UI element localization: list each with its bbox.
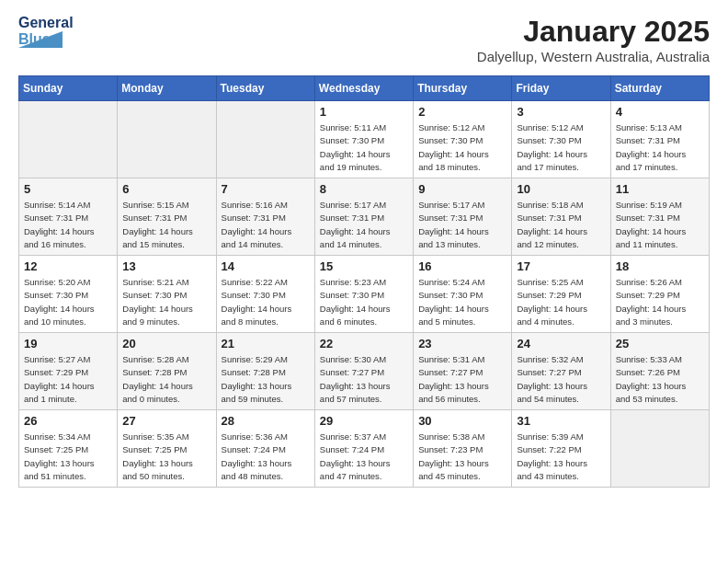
header-day-tuesday: Tuesday: [216, 76, 314, 101]
calendar-cell: 16Sunrise: 5:24 AM Sunset: 7:30 PM Dayli…: [414, 256, 512, 333]
day-info: Sunrise: 5:36 AM Sunset: 7:24 PM Dayligh…: [222, 431, 310, 483]
location: Dalyellup, Western Australia, Australia: [477, 49, 710, 64]
day-number: 9: [418, 182, 506, 196]
header: General Blue January 2025 Dalyellup, Wes…: [18, 15, 710, 64]
day-info: Sunrise: 5:17 AM Sunset: 7:31 PM Dayligh…: [418, 199, 506, 251]
day-info: Sunrise: 5:28 AM Sunset: 7:28 PM Dayligh…: [122, 353, 210, 406]
day-number: 16: [418, 259, 506, 273]
day-info: Sunrise: 5:16 AM Sunset: 7:31 PM Dayligh…: [222, 199, 310, 251]
day-info: Sunrise: 5:35 AM Sunset: 7:25 PM Dayligh…: [122, 431, 210, 483]
day-number: 20: [122, 337, 210, 350]
day-info: Sunrise: 5:29 AM Sunset: 7:28 PM Dayligh…: [222, 353, 310, 406]
calendar-cell: 1Sunrise: 5:11 AM Sunset: 7:30 PM Daylig…: [314, 101, 413, 178]
day-info: Sunrise: 5:14 AM Sunset: 7:31 PM Dayligh…: [24, 199, 112, 251]
header-row: SundayMondayTuesdayWednesdayThursdayFrid…: [19, 76, 710, 101]
calendar-cell: 26Sunrise: 5:34 AM Sunset: 7:25 PM Dayli…: [19, 410, 118, 488]
day-number: 5: [24, 182, 112, 196]
day-number: 8: [320, 182, 408, 196]
day-info: Sunrise: 5:20 AM Sunset: 7:30 PM Dayligh…: [24, 276, 112, 328]
calendar-cell: 18Sunrise: 5:26 AM Sunset: 7:29 PM Dayli…: [610, 256, 709, 333]
day-number: 4: [616, 105, 704, 119]
calendar-cell: 3Sunrise: 5:12 AM Sunset: 7:30 PM Daylig…: [512, 101, 610, 178]
logo-blue: Blue: [18, 31, 51, 48]
day-number: 25: [616, 337, 704, 350]
day-number: 23: [418, 337, 506, 350]
day-info: Sunrise: 5:11 AM Sunset: 7:30 PM Dayligh…: [320, 121, 408, 174]
day-number: 30: [418, 414, 506, 428]
day-number: 3: [517, 105, 605, 119]
header-day-wednesday: Wednesday: [314, 76, 413, 101]
day-number: 17: [517, 259, 605, 273]
title-area: January 2025 Dalyellup, Western Australi…: [477, 15, 710, 64]
day-number: 1: [320, 105, 408, 119]
day-number: 29: [320, 414, 408, 428]
header-day-monday: Monday: [118, 76, 216, 101]
day-number: 6: [122, 182, 210, 196]
week-row-3: 12Sunrise: 5:20 AM Sunset: 7:30 PM Dayli…: [19, 256, 710, 333]
day-info: Sunrise: 5:19 AM Sunset: 7:31 PM Dayligh…: [616, 199, 704, 251]
day-number: 31: [517, 414, 605, 428]
day-info: Sunrise: 5:13 AM Sunset: 7:31 PM Dayligh…: [616, 121, 704, 174]
calendar-cell: [19, 101, 118, 178]
calendar-body: 1Sunrise: 5:11 AM Sunset: 7:30 PM Daylig…: [19, 101, 710, 488]
day-info: Sunrise: 5:31 AM Sunset: 7:27 PM Dayligh…: [418, 353, 506, 406]
calendar-cell: 25Sunrise: 5:33 AM Sunset: 7:26 PM Dayli…: [610, 333, 709, 410]
calendar-cell: 13Sunrise: 5:21 AM Sunset: 7:30 PM Dayli…: [118, 256, 216, 333]
day-info: Sunrise: 5:17 AM Sunset: 7:31 PM Dayligh…: [320, 199, 408, 251]
day-number: 10: [517, 182, 605, 196]
calendar-cell: 10Sunrise: 5:18 AM Sunset: 7:31 PM Dayli…: [512, 178, 610, 256]
calendar-cell: 28Sunrise: 5:36 AM Sunset: 7:24 PM Dayli…: [216, 410, 314, 488]
header-day-sunday: Sunday: [19, 76, 118, 101]
calendar-cell: [118, 101, 216, 178]
calendar-cell: 6Sunrise: 5:15 AM Sunset: 7:31 PM Daylig…: [118, 178, 216, 256]
calendar-cell: 29Sunrise: 5:37 AM Sunset: 7:24 PM Dayli…: [314, 410, 413, 488]
day-number: 22: [320, 337, 408, 350]
day-number: 14: [222, 259, 310, 273]
day-number: 24: [517, 337, 605, 350]
header-day-thursday: Thursday: [414, 76, 512, 101]
day-info: Sunrise: 5:22 AM Sunset: 7:30 PM Dayligh…: [222, 276, 310, 328]
day-number: 21: [222, 337, 310, 350]
header-day-saturday: Saturday: [610, 76, 709, 101]
calendar-cell: 12Sunrise: 5:20 AM Sunset: 7:30 PM Dayli…: [19, 256, 118, 333]
day-info: Sunrise: 5:34 AM Sunset: 7:25 PM Dayligh…: [24, 431, 112, 483]
calendar-cell: [610, 410, 709, 488]
day-number: 27: [122, 414, 210, 428]
calendar-cell: 27Sunrise: 5:35 AM Sunset: 7:25 PM Dayli…: [118, 410, 216, 488]
calendar-table: SundayMondayTuesdayWednesdayThursdayFrid…: [18, 75, 710, 488]
day-info: Sunrise: 5:25 AM Sunset: 7:29 PM Dayligh…: [517, 276, 605, 328]
day-info: Sunrise: 5:30 AM Sunset: 7:27 PM Dayligh…: [320, 353, 408, 406]
day-number: 7: [222, 182, 310, 196]
calendar-cell: 31Sunrise: 5:39 AM Sunset: 7:22 PM Dayli…: [512, 410, 610, 488]
day-info: Sunrise: 5:18 AM Sunset: 7:31 PM Dayligh…: [517, 199, 605, 251]
week-row-5: 26Sunrise: 5:34 AM Sunset: 7:25 PM Dayli…: [19, 410, 710, 488]
header-day-friday: Friday: [512, 76, 610, 101]
calendar-cell: 2Sunrise: 5:12 AM Sunset: 7:30 PM Daylig…: [414, 101, 512, 178]
calendar-cell: 20Sunrise: 5:28 AM Sunset: 7:28 PM Dayli…: [118, 333, 216, 410]
calendar-cell: 8Sunrise: 5:17 AM Sunset: 7:31 PM Daylig…: [314, 178, 413, 256]
calendar-cell: 30Sunrise: 5:38 AM Sunset: 7:23 PM Dayli…: [414, 410, 512, 488]
day-number: 15: [320, 259, 408, 273]
day-info: Sunrise: 5:26 AM Sunset: 7:29 PM Dayligh…: [616, 276, 704, 328]
day-info: Sunrise: 5:12 AM Sunset: 7:30 PM Dayligh…: [418, 121, 506, 174]
calendar-cell: 22Sunrise: 5:30 AM Sunset: 7:27 PM Dayli…: [314, 333, 413, 410]
calendar-cell: [216, 101, 314, 178]
calendar-cell: 7Sunrise: 5:16 AM Sunset: 7:31 PM Daylig…: [216, 178, 314, 256]
calendar-cell: 4Sunrise: 5:13 AM Sunset: 7:31 PM Daylig…: [610, 101, 709, 178]
calendar-cell: 14Sunrise: 5:22 AM Sunset: 7:30 PM Dayli…: [216, 256, 314, 333]
day-info: Sunrise: 5:33 AM Sunset: 7:26 PM Dayligh…: [616, 353, 704, 406]
day-number: 19: [24, 337, 112, 350]
week-row-2: 5Sunrise: 5:14 AM Sunset: 7:31 PM Daylig…: [19, 178, 710, 256]
day-info: Sunrise: 5:12 AM Sunset: 7:30 PM Dayligh…: [517, 121, 605, 174]
day-info: Sunrise: 5:24 AM Sunset: 7:30 PM Dayligh…: [418, 276, 506, 328]
week-row-1: 1Sunrise: 5:11 AM Sunset: 7:30 PM Daylig…: [19, 101, 710, 178]
day-info: Sunrise: 5:21 AM Sunset: 7:30 PM Dayligh…: [122, 276, 210, 328]
week-row-4: 19Sunrise: 5:27 AM Sunset: 7:29 PM Dayli…: [19, 333, 710, 410]
day-number: 11: [616, 182, 704, 196]
day-number: 2: [418, 105, 506, 119]
day-info: Sunrise: 5:38 AM Sunset: 7:23 PM Dayligh…: [418, 431, 506, 483]
day-info: Sunrise: 5:15 AM Sunset: 7:31 PM Dayligh…: [122, 199, 210, 251]
day-number: 26: [24, 414, 112, 428]
calendar-cell: 11Sunrise: 5:19 AM Sunset: 7:31 PM Dayli…: [610, 178, 709, 256]
day-number: 12: [24, 259, 112, 273]
